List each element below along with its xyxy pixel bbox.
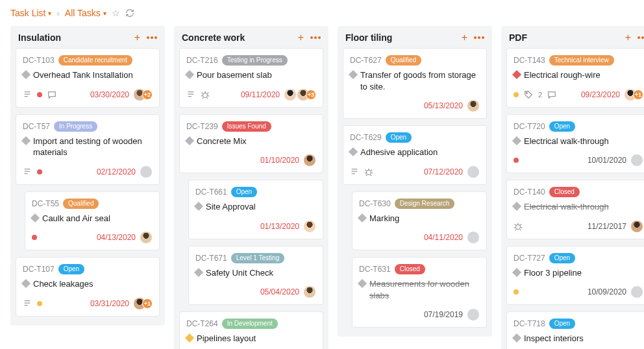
card-right: 09/23/2020+1	[581, 88, 643, 101]
subtasks-icon	[23, 90, 32, 99]
priority-diamond-icon	[185, 70, 194, 79]
task-id: DC-T103	[23, 56, 55, 65]
task-card[interactable]: DC-T140ClosedElectrical walk-through11/2…	[506, 180, 644, 239]
task-card[interactable]: DC-T631ClosedMeasurements for wooden sla…	[352, 257, 487, 328]
breadcrumb-root[interactable]: Task List ▾	[10, 8, 51, 18]
assignee-avatar[interactable]	[303, 220, 316, 233]
card-indicators: 2	[514, 90, 556, 99]
yellow-dot-icon	[514, 92, 519, 97]
task-id: DC-T55	[32, 199, 59, 208]
status-badge: Level 1 Testing	[231, 253, 285, 263]
status-badge: Open	[386, 132, 412, 143]
column-cards: DC-T216Testing in ProgressPour basement …	[179, 48, 323, 349]
assignee-avatar[interactable]	[467, 99, 480, 112]
task-card[interactable]: DC-T720OpenElectrical walk-through10/01/…	[506, 114, 644, 174]
task-card[interactable]: DC-T264In DevelopmentPipelines layout09/…	[179, 311, 323, 349]
task-card[interactable]: DC-T718OpenInspect interiors09/11/2020	[506, 311, 644, 349]
column-more-button[interactable]	[310, 36, 321, 39]
task-card[interactable]: DC-T627QualifiedTransfer of goods from s…	[343, 48, 487, 119]
task-card[interactable]: DC-T671Level 1 TestingSafety Unit Check0…	[188, 246, 323, 306]
priority-diamond-icon	[194, 268, 203, 277]
task-title: Transfer of goods from storage to site.	[360, 69, 480, 92]
task-card[interactable]: DC-T107OpenCheck leakages03/31/2020+1	[16, 257, 160, 317]
add-card-button[interactable]: +	[134, 32, 140, 43]
add-card-button[interactable]: +	[298, 32, 304, 43]
card-right: 05/04/2020	[260, 285, 316, 298]
add-card-button[interactable]: +	[462, 32, 467, 43]
extra-assignees-badge[interactable]: +3	[306, 90, 316, 100]
card-indicators	[514, 222, 523, 231]
due-date: 05/13/2020	[424, 101, 463, 110]
breadcrumb-root-label: Task List	[10, 8, 45, 18]
task-card[interactable]: DC-T630Design ResearchMarking04/11/2020	[352, 191, 487, 251]
extra-assignees-badge[interactable]: +2	[142, 90, 153, 100]
priority-diamond-icon	[512, 70, 521, 79]
column-title: PDF	[509, 32, 527, 43]
assignee-avatar[interactable]	[630, 220, 643, 233]
card-right: 04/13/2020	[97, 231, 153, 244]
card-right: 01/10/2020	[260, 154, 316, 167]
add-card-button[interactable]: +	[625, 32, 631, 43]
due-date: 02/12/2020	[97, 167, 136, 176]
task-card[interactable]: DC-T143Technical interviewElectrical rou…	[506, 48, 644, 108]
due-date: 04/11/2020	[424, 233, 463, 242]
card-right: 09/11/2020+3	[241, 88, 316, 101]
due-date: 07/19/2019	[424, 310, 463, 319]
task-card[interactable]: DC-T727OpenFloor 3 pipeline10/09/2020	[506, 246, 644, 306]
card-indicators	[23, 90, 56, 99]
priority-diamond-icon	[512, 202, 521, 211]
task-card[interactable]: DC-T629OpenAdhesive application07/12/202…	[343, 125, 487, 185]
task-card[interactable]: DC-T55QualifiedCaulk and Air seal04/13/2…	[25, 191, 160, 251]
status-badge: Open	[549, 253, 575, 263]
assignee-avatar[interactable]	[140, 165, 153, 178]
subtasks-icon	[186, 90, 195, 99]
column-title: Floor tiling	[345, 32, 392, 43]
assignee-avatar[interactable]	[630, 285, 643, 298]
column-cards: DC-T143Technical interviewElectrical rou…	[506, 48, 644, 349]
card-indicators	[514, 158, 519, 163]
status-badge: Candidate recruitment	[58, 55, 132, 66]
task-id: DC-T661	[195, 187, 227, 197]
priority-diamond-icon	[512, 136, 521, 145]
column-more-button[interactable]	[147, 36, 157, 39]
card-right: 10/01/2020	[588, 154, 643, 167]
task-card[interactable]: DC-T216Testing in ProgressPour basement …	[179, 48, 323, 108]
extra-assignees-badge[interactable]: +1	[633, 90, 643, 100]
assignee-avatar[interactable]	[284, 88, 297, 101]
assignee-avatar[interactable]	[303, 285, 316, 298]
extra-assignees-badge[interactable]: +1	[142, 298, 153, 309]
svg-point-3	[516, 224, 521, 229]
breadcrumb-current[interactable]: All Tasks ▾	[65, 8, 106, 18]
subtasks-icon	[350, 167, 359, 176]
assignee-avatar[interactable]	[467, 308, 480, 321]
task-id: DC-T718	[514, 319, 545, 328]
card-indicators	[23, 299, 42, 308]
task-card[interactable]: DC-T239Issues FoundConcrete Mix01/10/202…	[179, 114, 323, 174]
task-card[interactable]: DC-T57In ProgressImport and testing of w…	[16, 114, 160, 185]
task-card[interactable]: DC-T661OpenSite Approval01/13/2020	[188, 180, 323, 239]
bug-icon	[201, 90, 210, 99]
priority-diamond-icon	[21, 70, 31, 79]
assignee-avatar[interactable]	[630, 154, 643, 167]
task-title: Electrical walk-through	[524, 201, 609, 213]
yellow-dot-icon	[514, 289, 519, 295]
assignee-avatar[interactable]	[467, 231, 480, 244]
due-date: 03/31/2020	[90, 299, 129, 308]
status-badge: Open	[549, 121, 575, 132]
assignee-avatar[interactable]	[467, 165, 480, 178]
refresh-icon[interactable]	[125, 8, 134, 18]
task-id: DC-T627	[350, 56, 382, 65]
task-card[interactable]: DC-T103Candidate recruitmentOverhead Tan…	[16, 48, 160, 108]
task-id: DC-T630	[359, 199, 391, 208]
red-dot-icon	[37, 92, 42, 97]
assignee-avatar[interactable]	[140, 231, 153, 244]
subtasks-icon	[23, 167, 32, 176]
kanban-column: PDF+DC-T143Technical interviewElectrical…	[501, 26, 644, 349]
star-icon[interactable]: ☆	[112, 8, 120, 18]
red-dot-icon	[37, 169, 42, 174]
column-more-button[interactable]	[638, 36, 644, 39]
card-indicators	[23, 167, 42, 176]
column-more-button[interactable]	[474, 36, 484, 39]
card-right: 02/12/2020	[97, 165, 153, 178]
assignee-avatar[interactable]	[303, 154, 316, 167]
